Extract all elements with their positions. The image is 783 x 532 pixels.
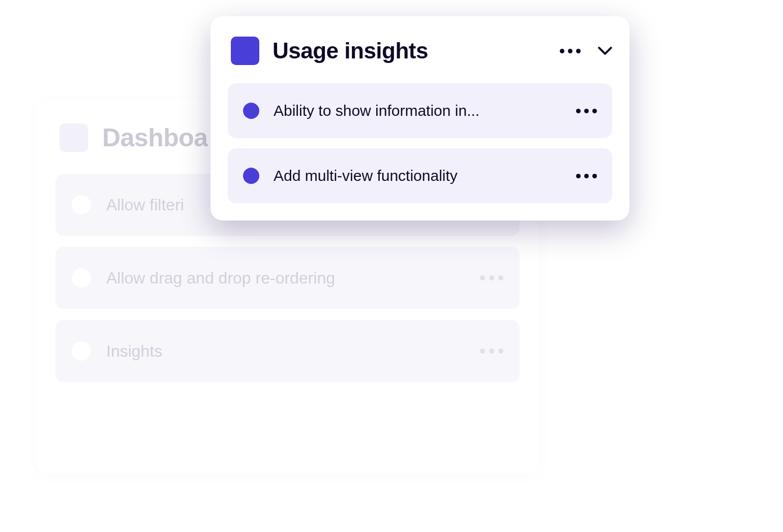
list-item-label: Insights [106,342,480,361]
more-icon[interactable] [576,174,597,178]
usage-insights-list: Ability to show information in... Add mu… [228,83,612,203]
status-dot-icon [243,168,259,184]
status-dot-icon [72,268,91,288]
more-icon[interactable] [480,275,503,280]
status-dot-icon [243,103,259,119]
more-icon[interactable] [560,49,581,53]
list-item-label: Allow drag and drop re-ordering [106,269,480,288]
status-dot-icon [72,341,91,361]
more-icon[interactable] [576,109,597,113]
list-item[interactable]: Ability to show information in... [228,83,612,138]
list-item-label: Add multi-view functionality [274,167,576,184]
usage-insights-title: Usage insights [273,38,547,64]
list-item[interactable]: Insights [55,320,520,382]
usage-insights-color-chip [231,37,259,65]
more-icon[interactable] [480,349,503,354]
header-actions [560,46,612,55]
list-item[interactable]: Allow drag and drop re-ordering [55,247,520,309]
list-item-label: Ability to show information in... [274,102,576,119]
dashboard-title: Dashboa [102,123,208,152]
status-dot-icon [72,195,91,214]
dashboard-color-chip [59,123,88,152]
chevron-down-icon[interactable] [598,46,612,55]
usage-insights-card: Usage insights Ability to show informati… [210,16,629,221]
list-item[interactable]: Add multi-view functionality [228,148,612,203]
usage-insights-header: Usage insights [228,37,612,65]
